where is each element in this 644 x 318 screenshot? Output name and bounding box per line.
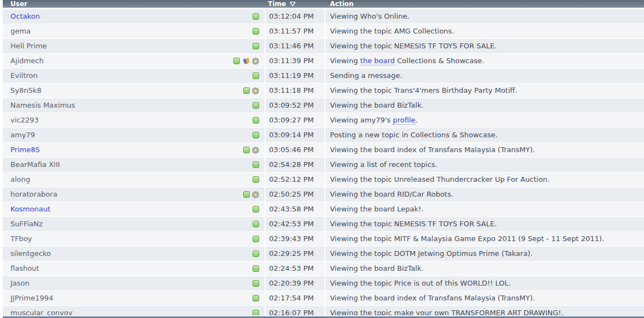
last-action-time: 03:11:57 PM (265, 24, 324, 38)
status-icons (253, 13, 265, 20)
online-status-icon (253, 250, 259, 257)
user-cell: vic2293 (3, 113, 265, 127)
user-cell: Namesis Maximus (3, 98, 265, 113)
whos-online-page: User Time Action Octakon 03:12:04 PM Vie… (0, 0, 644, 318)
user-action: Viewing the topic NEMESIS TF TOYS FOR SA… (324, 39, 644, 53)
action-text: Collections & Showcase. (395, 57, 484, 65)
action-text: Viewing the board Lepak!. (330, 205, 423, 213)
username-link[interactable]: amy79 (10, 128, 35, 142)
online-status-icon (243, 191, 250, 198)
username-link[interactable]: Octakon (10, 9, 40, 24)
username-link[interactable]: TFboy (10, 232, 32, 246)
user-cell: horatorabora (3, 187, 265, 202)
last-action-time: 03:05:46 PM (265, 143, 324, 157)
user-cell: SuFFiaNz (3, 217, 265, 231)
action-text: . (416, 116, 418, 124)
status-icons (253, 161, 265, 168)
last-action-time: 02:50:25 PM (265, 187, 324, 202)
username-link[interactable]: vic2293 (10, 113, 39, 127)
online-status-icon (253, 102, 259, 109)
user-action: Viewing the topic Unreleased Thundercrac… (324, 172, 644, 187)
username-link[interactable]: Hell Prime (10, 39, 47, 53)
table-row: along 02:52:12 PM Viewing the topic Unre… (3, 172, 644, 187)
action-text: Viewing the topic Price is out of this W… (330, 279, 511, 287)
last-action-time: 03:11:18 PM (265, 83, 324, 98)
user-action: Viewing the topic MITF & Malaysia Game E… (324, 232, 644, 246)
user-cell: flashout (3, 261, 265, 276)
column-header-user[interactable]: User (3, 0, 265, 8)
user-cell: TFboy (3, 232, 265, 246)
column-header-time[interactable]: Time (265, 0, 326, 8)
status-icons (243, 147, 265, 154)
user-action: Viewing the board index of Transfans Mal… (324, 143, 644, 157)
username-link[interactable]: JJPrime1994 (10, 291, 53, 305)
last-action-time: 03:09:14 PM (265, 128, 324, 142)
online-status-icon (253, 28, 259, 35)
last-action-time: 03:09:52 PM (265, 98, 324, 113)
last-action-time: 02:39:43 PM (265, 232, 324, 246)
user-action: Viewing the topic Trans'4'mers Birthday … (324, 83, 644, 98)
whos-online-table: User Time Action Octakon 03:12:04 PM Vie… (0, 0, 644, 318)
user-action: Viewing the topic Price is out of this W… (324, 276, 644, 291)
status-icons (253, 132, 265, 138)
action-text: Viewing the topic AMG Collections. (330, 27, 454, 35)
status-icons (253, 28, 265, 35)
username-link[interactable]: Prime85 (10, 143, 40, 157)
last-action-time: 02:17:54 PM (265, 291, 324, 305)
user-cell: Eviltron (3, 69, 265, 83)
username-link[interactable]: along (10, 172, 30, 187)
last-action-time: 02:20:39 PM (265, 276, 324, 291)
status-icons (253, 221, 265, 227)
status-icons (253, 206, 265, 213)
username-link[interactable]: Sy8nSk8 (10, 83, 42, 98)
username-link[interactable]: silentgecko (10, 247, 51, 261)
username-link[interactable]: Eviltron (10, 69, 37, 83)
table-row: SuFFiaNz 02:42:53 PM Viewing the topic N… (3, 217, 644, 232)
username-link[interactable]: Kosmonaut (10, 202, 51, 216)
online-status-icon (253, 221, 259, 227)
action-inline-link[interactable]: profile (393, 116, 415, 125)
user-action: Posting a new topic in Collections & Sho… (324, 128, 644, 142)
username-link[interactable]: BearMafia XIII (10, 158, 60, 172)
action-text: Posting a new topic in Collections & Sho… (330, 131, 497, 139)
last-action-time: 03:12:04 PM (265, 9, 324, 24)
online-status-icon (253, 13, 259, 20)
user-action: Viewing amy79's profile. (324, 113, 644, 127)
username-link[interactable]: horatorabora (10, 187, 57, 202)
status-icons (253, 176, 265, 183)
last-action-time: 02:29:25 PM (265, 247, 324, 261)
user-action: Viewing the board RID/Car Robots. (324, 187, 644, 202)
table-row: flashout 02:24:53 PM Viewing the board B… (3, 261, 644, 276)
user-action: Sending a message. (324, 69, 644, 83)
username-link[interactable]: flashout (10, 261, 39, 276)
last-action-time: 02:43:58 PM (265, 202, 324, 216)
column-header-user-label: User (10, 0, 27, 8)
last-action-time: 02:54:28 PM (265, 158, 324, 172)
user-action: Viewing the board index of Transfans Mal… (324, 291, 644, 305)
table-row: gema 03:11:57 PM Viewing the topic AMG C… (3, 24, 644, 39)
online-status-icon (253, 280, 259, 287)
table-row: Prime85 03:05:46 PM Viewing the board in… (3, 143, 644, 158)
username-link[interactable]: SuFFiaNz (10, 217, 43, 231)
action-inline-link[interactable]: the board (360, 57, 395, 65)
column-header-action-label: Action (330, 0, 354, 8)
online-status-icon (253, 132, 259, 138)
online-status-icon (233, 58, 240, 64)
username-link[interactable]: Jason (10, 276, 30, 291)
user-cell: Hell Prime (3, 39, 265, 53)
action-text: Viewing the topic Unreleased Thundercrac… (330, 175, 550, 183)
column-header-action[interactable]: Action (326, 0, 644, 8)
last-action-time: 02:52:12 PM (265, 172, 324, 187)
user-cell: Kosmonaut (3, 202, 265, 216)
action-text: Viewing the topic DOTM Jetwing Optimus P… (330, 249, 533, 258)
user-cell: amy79 (3, 128, 265, 142)
username-link[interactable]: Namesis Maximus (10, 98, 75, 113)
msn-messenger-icon (242, 58, 250, 65)
user-action: Viewing the board BizTalk. (324, 261, 644, 276)
username-link[interactable]: Ajidmech (10, 54, 43, 68)
table-row: vic2293 03:09:27 PM Viewing amy79's prof… (3, 113, 644, 128)
table-row: Hell Prime 03:11:46 PM Viewing the topic… (3, 39, 644, 54)
username-link[interactable]: gema (10, 24, 31, 38)
status-icons (243, 191, 265, 198)
online-status-icon (253, 43, 259, 49)
